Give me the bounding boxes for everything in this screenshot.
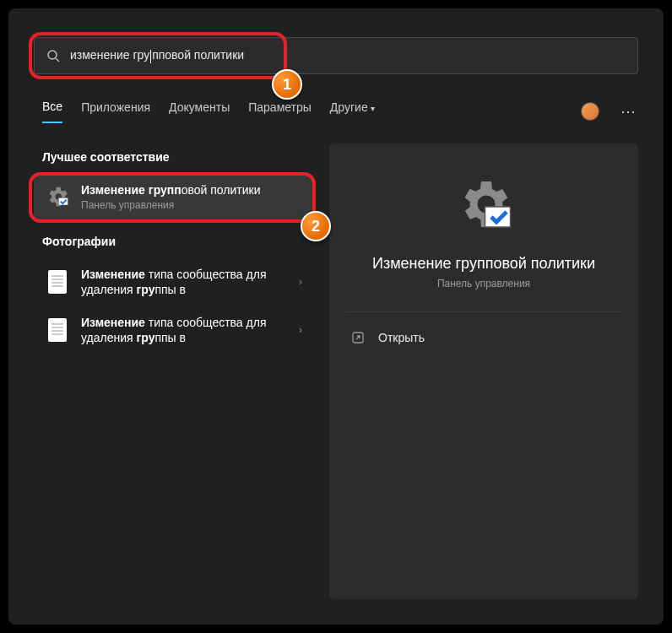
more-options-button[interactable]: ⋯	[618, 102, 638, 121]
document-icon	[44, 316, 71, 344]
section-best-match: Лучшее соответствие	[42, 150, 312, 164]
open-icon	[351, 331, 365, 344]
search-bar-container: изменение групповой политики	[34, 37, 638, 74]
section-photos: Фотографии	[42, 235, 312, 248]
tab-documents[interactable]: Документы	[169, 100, 230, 122]
divider	[346, 311, 621, 312]
svg-rect-3	[485, 207, 511, 227]
tab-settings[interactable]: Параметры	[248, 100, 312, 122]
detail-title: Изменение групповой политики	[346, 255, 621, 273]
filter-tabs: Все Приложения Документы Параметры Други…	[42, 100, 638, 123]
detail-panel: Изменение групповой политики Панель упра…	[329, 143, 638, 599]
open-action[interactable]: Открыть	[346, 322, 621, 353]
tab-more[interactable]: Другие▾	[330, 100, 375, 122]
chevron-down-icon: ▾	[371, 104, 375, 113]
svg-point-0	[48, 51, 57, 59]
search-input[interactable]: изменение групповой политики	[34, 37, 638, 74]
result-title: Изменение типа сообщества для удаления г…	[81, 315, 292, 345]
result-title: Изменение типа сообщества для удаления г…	[81, 267, 292, 297]
detail-icon	[346, 174, 621, 235]
gear-icon	[44, 183, 71, 210]
search-window: изменение групповой политики Все Приложе…	[8, 8, 664, 625]
result-subtitle: Панель управления	[81, 199, 302, 211]
search-query-text: изменение групповой политики	[70, 48, 244, 62]
result-photo-1[interactable]: Изменение типа сообщества для удаления г…	[34, 306, 312, 354]
tab-apps[interactable]: Приложения	[81, 100, 150, 122]
tab-all[interactable]: Все	[42, 100, 62, 123]
document-icon	[44, 268, 71, 295]
open-label: Открыть	[378, 331, 425, 344]
result-photo-0[interactable]: Изменение типа сообщества для удаления г…	[34, 258, 312, 306]
chevron-right-icon: ›	[299, 324, 302, 336]
detail-subtitle: Панель управления	[346, 278, 621, 289]
results-list: Лучшее соответствие Изменение групповой …	[34, 143, 312, 354]
svg-line-1	[56, 58, 59, 62]
search-icon	[46, 49, 60, 62]
result-title: Изменение групповой политики	[81, 182, 302, 197]
chevron-right-icon: ›	[299, 276, 302, 288]
user-avatar[interactable]	[581, 102, 599, 121]
result-best-match[interactable]: Изменение групповой политики Панель упра…	[34, 174, 312, 219]
